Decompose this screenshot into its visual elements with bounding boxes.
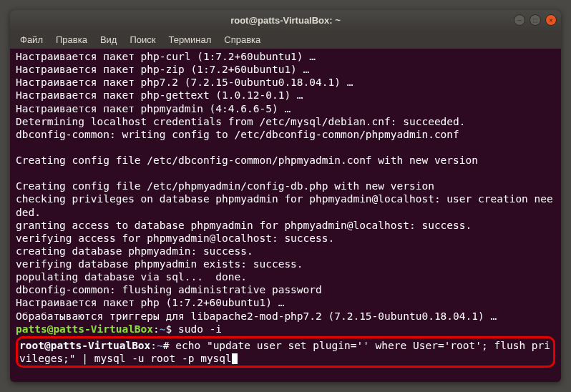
output-line: Обрабатываются триггеры для libapache2-m…	[16, 310, 555, 323]
command-text: sudo -i	[172, 323, 222, 335]
menu-view[interactable]: Вид	[94, 33, 123, 46]
menu-edit[interactable]: Правка	[50, 33, 93, 46]
menu-terminal[interactable]: Терминал	[162, 33, 217, 46]
terminal-window: root@patts-VirtualBox: ~ – ⬚ ✕ Файл Прав…	[10, 10, 561, 382]
prompt-path: ~	[157, 340, 163, 351]
prompt-line: root@patts-VirtualBox:~# echo "update us…	[19, 339, 552, 365]
menu-search[interactable]: Поиск	[124, 33, 161, 46]
output-line: Настраивается пакет php-gettext (1.0.12-…	[16, 89, 555, 102]
titlebar: root@patts-VirtualBox: ~ – ⬚ ✕	[10, 10, 561, 30]
output-line: verifying database phpmyadmin exists: su…	[16, 258, 555, 270]
prompt-colon: :	[150, 340, 157, 351]
output-line: Настраивается пакет php (1:7.2+60ubuntu1…	[16, 296, 555, 309]
menubar: Файл Правка Вид Поиск Терминал Справка	[10, 30, 561, 49]
output-line: Настраивается пакет php-curl (1:7.2+60ub…	[16, 50, 555, 63]
output-line: dbconfig-common: writing config to /etc/…	[16, 128, 555, 141]
output-line	[16, 167, 555, 180]
output-line: Настраивается пакет phpmyadmin (4:4.6.6-…	[16, 102, 555, 115]
close-button[interactable]: ✕	[545, 14, 557, 26]
menu-help[interactable]: Справка	[218, 33, 266, 46]
output-line	[16, 141, 555, 154]
prompt-root: root@patts-VirtualBox	[19, 340, 150, 351]
output-line: Настраивается пакет php7.2 (7.2.15-0ubun…	[16, 76, 555, 89]
output-line: creating database phpmyadmin: success.	[16, 245, 555, 258]
window-controls: – ⬚ ✕	[514, 14, 557, 26]
prompt-symbol: $	[166, 323, 172, 335]
output-line: granting access to database phpmyadmin f…	[16, 219, 555, 232]
output-line: Creating config file /etc/phpmyadmin/con…	[16, 180, 555, 192]
output-line: Настраивается пакет php-zip (1:7.2+60ubu…	[16, 63, 555, 76]
output-line: verifying access for phpmyadmin@localhos…	[16, 232, 555, 245]
menu-file[interactable]: Файл	[14, 33, 49, 46]
maximize-button[interactable]: ⬚	[529, 14, 541, 26]
prompt-symbol: #	[163, 340, 170, 351]
prompt-user: patts@patts-VirtualBox	[16, 323, 153, 335]
output-line: dbconfig-common: flushing administrative…	[16, 283, 555, 296]
output-line: populating database via sql... done.	[16, 270, 555, 283]
output-line: Determining localhost credentials from /…	[16, 115, 555, 128]
highlight-box: root@patts-VirtualBox:~# echo "update us…	[16, 336, 555, 368]
prompt-path: ~	[160, 323, 166, 335]
minimize-button[interactable]: –	[514, 14, 525, 26]
prompt-colon: :	[153, 323, 160, 335]
output-line: Creating config file /etc/dbconfig-commo…	[16, 154, 555, 167]
cursor	[232, 353, 238, 364]
prompt-line: patts@patts-VirtualBox:~$ sudo -i	[16, 323, 555, 335]
terminal-body[interactable]: Настраивается пакет php-curl (1:7.2+60ub…	[10, 49, 561, 369]
window-title: root@patts-VirtualBox: ~	[10, 15, 561, 26]
output-line: checking privileges on database phpmyadm…	[16, 192, 555, 218]
